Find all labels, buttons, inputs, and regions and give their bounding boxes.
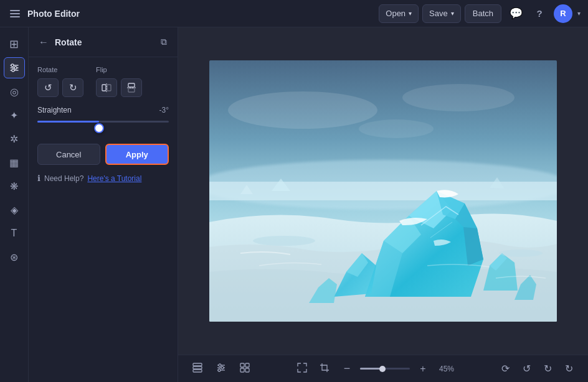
- svg-point-19: [359, 119, 434, 138]
- help-icon: ?: [536, 8, 542, 19]
- sidebar-item-view[interactable]: ◎: [4, 81, 25, 102]
- stamp-icon: ⊛: [10, 251, 18, 263]
- svg-rect-22: [193, 370, 202, 372]
- save-button[interactable]: Save ▾: [422, 4, 461, 23]
- expand-button[interactable]: [293, 360, 311, 378]
- effects-icon: ◈: [11, 204, 18, 216]
- undo-button[interactable]: ↺: [517, 360, 536, 378]
- zoom-out-button[interactable]: −: [338, 360, 356, 378]
- sidebar-item-magic[interactable]: ✲: [4, 128, 25, 149]
- topbar: Photo Editor Open ▾ Save ▾ Batch 💬 ? R ▾: [0, 0, 588, 27]
- svg-rect-10: [128, 88, 135, 92]
- crop-icon: [319, 362, 330, 375]
- help-button[interactable]: ?: [530, 4, 549, 23]
- action-buttons: Cancel Apply: [37, 144, 169, 165]
- svg-rect-14: [209, 182, 557, 200]
- bottombar-left: [188, 360, 254, 378]
- save-chevron-icon: ▾: [451, 10, 454, 17]
- sidebar-item-elements[interactable]: ❋: [4, 175, 25, 197]
- rotate-canvas-button[interactable]: ↻: [559, 360, 578, 378]
- svg-point-27: [221, 366, 224, 369]
- rotate-section: Rotate ↺ ↻: [37, 66, 83, 97]
- avatar-chevron-icon[interactable]: ▾: [577, 10, 581, 17]
- bottombar-right: ⟳ ↺ ↻ ↻: [496, 360, 578, 378]
- topbar-left: Photo Editor: [7, 7, 374, 20]
- bottombar-center: − + 45%: [293, 360, 457, 378]
- help-row: ℹ Need Help? Here's a Tutorial: [37, 174, 169, 183]
- batch-button[interactable]: Batch: [465, 4, 501, 23]
- svg-rect-9: [128, 83, 135, 87]
- flip-vertical-button[interactable]: [121, 78, 142, 97]
- svg-point-28: [218, 369, 220, 371]
- zoom-out-icon: −: [344, 362, 351, 375]
- zoom-thumb: [379, 366, 386, 372]
- adjustments-panel-button[interactable]: [212, 360, 230, 378]
- eye-icon: ◎: [10, 86, 19, 98]
- comment-button[interactable]: 💬: [506, 4, 525, 23]
- photo-canvas: [209, 60, 557, 322]
- crop-button[interactable]: [315, 360, 334, 378]
- zoom-slider-track[interactable]: [360, 368, 410, 370]
- svg-rect-30: [245, 363, 249, 367]
- straighten-slider[interactable]: [37, 123, 169, 125]
- back-button[interactable]: ←: [37, 35, 50, 49]
- redo-button[interactable]: ↻: [538, 360, 557, 378]
- layers-panel-button[interactable]: [188, 360, 207, 378]
- sidebar-icons: ⊞ ◎ ✦ ✲ ▦ ❋ ◈: [0, 27, 29, 382]
- app-title: Photo Editor: [27, 9, 80, 19]
- sidebar-item-layers[interactable]: ⊞: [4, 34, 25, 55]
- sidebar-item-adjust[interactable]: [4, 57, 25, 78]
- menu-icon[interactable]: [7, 7, 22, 20]
- sidebar-item-paint[interactable]: ✦: [4, 105, 25, 126]
- rotate-cw-button[interactable]: ↻: [62, 78, 83, 97]
- sidebar-item-image[interactable]: ▦: [4, 152, 25, 173]
- rotate-ccw-icon: ↺: [44, 82, 52, 93]
- svg-rect-21: [193, 366, 202, 369]
- canvas-main[interactable]: [178, 27, 588, 355]
- svg-rect-6: [102, 85, 106, 91]
- sidebar-item-effects[interactable]: ◈: [4, 199, 25, 220]
- copy-icon: ⧉: [161, 37, 167, 47]
- sidebar-item-stamp[interactable]: ⊛: [4, 246, 25, 268]
- help-link[interactable]: Here's a Tutorial: [87, 174, 141, 183]
- svg-point-5: [12, 69, 14, 72]
- straighten-value: -3°: [159, 106, 169, 114]
- grid-icon: [239, 362, 250, 375]
- rotate-ccw-button[interactable]: ↺: [37, 78, 59, 97]
- rotate-flip-row: Rotate ↺ ↻ Flip: [37, 66, 169, 97]
- photo-image: [209, 60, 557, 322]
- topbar-center: Open ▾ Save ▾ Batch: [379, 4, 501, 23]
- svg-point-18: [402, 84, 514, 111]
- redo-icon: ↻: [544, 363, 552, 375]
- magic-icon: ✲: [10, 133, 18, 145]
- text-icon: T: [11, 228, 17, 239]
- zoom-in-button[interactable]: +: [414, 360, 432, 378]
- flip-label: Flip: [96, 66, 142, 73]
- svg-point-3: [14, 67, 17, 69]
- layers-icon: ⊞: [9, 37, 19, 51]
- straighten-slider-container: [37, 121, 169, 134]
- layers-panel-icon: [192, 362, 203, 375]
- grid-view-button[interactable]: [235, 360, 254, 378]
- open-button[interactable]: Open ▾: [379, 4, 419, 23]
- svg-rect-20: [193, 363, 202, 366]
- rotate-cw-icon: ↻: [69, 82, 77, 93]
- svg-point-15: [253, 236, 315, 246]
- paint-icon: ✦: [10, 109, 18, 121]
- sidebar-item-text[interactable]: T: [4, 223, 25, 244]
- svg-rect-7: [107, 85, 111, 91]
- svg-rect-29: [240, 363, 244, 367]
- rotate-canvas-icon: ↻: [565, 363, 573, 375]
- straighten-label: Straighten: [37, 106, 72, 114]
- svg-point-1: [11, 64, 14, 67]
- zoom-in-icon: +: [420, 363, 425, 375]
- avatar[interactable]: R: [554, 4, 572, 23]
- rotate-label: Rotate: [37, 66, 83, 73]
- canvas-area: − + 45% ⟳ ↺ ↻: [178, 27, 588, 382]
- help-text: Need Help?: [44, 174, 83, 183]
- cancel-button[interactable]: Cancel: [37, 144, 100, 165]
- apply-button[interactable]: Apply: [105, 144, 169, 165]
- flip-horizontal-button[interactable]: [96, 78, 117, 97]
- copy-settings-button[interactable]: ⧉: [159, 35, 169, 49]
- refresh-button[interactable]: ⟳: [496, 360, 514, 378]
